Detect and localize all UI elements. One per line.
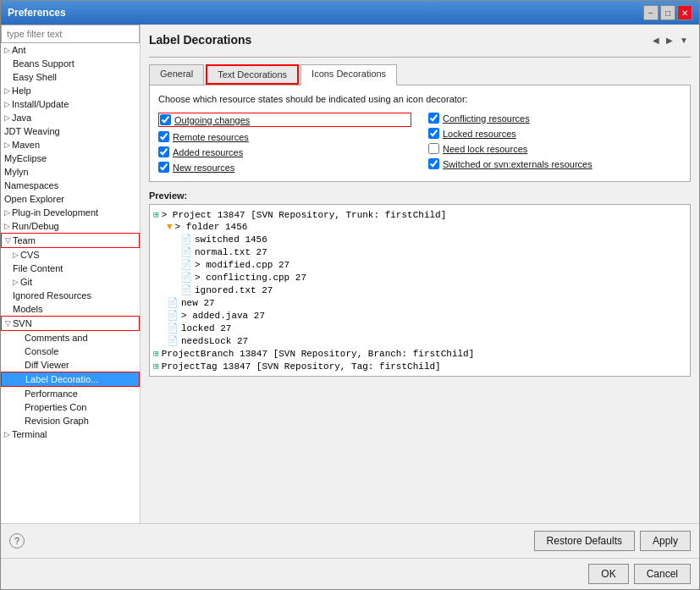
- dropdown-arrow[interactable]: ▼: [677, 35, 691, 46]
- outgoing-checkbox[interactable]: [160, 114, 171, 125]
- sidebar-item-label: SVN: [13, 318, 32, 328]
- preview-text: new 27: [181, 298, 215, 308]
- preview-text: normal.txt 27: [195, 247, 267, 257]
- doc-icon: 📄: [167, 335, 179, 346]
- tab-text-decorations[interactable]: Text Decorations: [206, 64, 299, 85]
- sidebar-item-label-decorations[interactable]: Label Decoratio...: [1, 372, 140, 387]
- preview-item: 📄 ignored.txt 27: [153, 284, 686, 296]
- sidebar-item-properties-con[interactable]: Properties Con: [1, 400, 140, 414]
- title-bar-buttons: − □ ✕: [643, 5, 692, 20]
- switched-checkbox[interactable]: [428, 158, 439, 169]
- need-lock-checkbox[interactable]: [428, 143, 439, 154]
- sidebar-item-label: Mylyn: [4, 167, 29, 177]
- close-button[interactable]: ✕: [677, 5, 692, 20]
- sidebar-item-label: Java: [12, 113, 31, 123]
- switched-label: Switched or svn:externals resources: [443, 159, 593, 169]
- sidebar-item-jdt-weaving[interactable]: JDT Weaving: [1, 124, 140, 138]
- sidebar-item-label: Models: [13, 304, 42, 314]
- preview-text: needsLock 27: [181, 336, 248, 346]
- sidebar-item-help[interactable]: ▷ Help: [1, 84, 140, 97]
- sidebar-item-file-content[interactable]: File Content: [1, 262, 140, 275]
- preview-text: > modified.cpp 27: [195, 260, 289, 270]
- locked-checkbox[interactable]: [428, 128, 439, 139]
- sidebar-item-svn[interactable]: ▽ SVN: [1, 316, 140, 331]
- sidebar-item-label: Ant: [12, 45, 26, 55]
- sidebar-item-label: JDT Weaving: [4, 126, 60, 136]
- tab-icons-decorations[interactable]: Icons Decorations: [300, 64, 397, 85]
- sidebar-item-team[interactable]: ▽ Team: [1, 233, 140, 248]
- apply-button[interactable]: Apply: [640, 531, 691, 551]
- cancel-button[interactable]: Cancel: [634, 564, 691, 584]
- remote-checkbox[interactable]: [158, 131, 169, 142]
- sidebar-item-label: Namespaces: [4, 180, 58, 190]
- sidebar-item-namespaces[interactable]: Namespaces: [1, 179, 140, 192]
- back-arrow[interactable]: ◀: [650, 35, 662, 46]
- preview-label: Preview:: [149, 190, 691, 201]
- sidebar-item-label: Help: [12, 85, 31, 96]
- main-content: ▷ Ant Beans Support Easy Shell ▷ Help ▷ …: [1, 25, 699, 523]
- ok-button[interactable]: OK: [588, 564, 628, 584]
- sidebar-item-run-debug[interactable]: ▷ Run/Debug: [1, 219, 140, 233]
- restore-defaults-button[interactable]: Restore Defaults: [534, 531, 635, 551]
- sidebar-item-myeclipse[interactable]: MyEclipse: [1, 152, 140, 165]
- sidebar-item-easy-shell[interactable]: Easy Shell: [1, 70, 140, 84]
- maximize-button[interactable]: □: [660, 5, 675, 20]
- checkbox-added: Added resources: [158, 146, 411, 157]
- preview-item: 📄 > added.java 27: [153, 309, 686, 322]
- filter-input[interactable]: [1, 25, 140, 43]
- bottom-bar: ? Restore Defaults Apply: [1, 523, 699, 558]
- checkbox-new: New resources: [158, 162, 411, 173]
- sidebar-item-maven[interactable]: ▷ Maven: [1, 138, 140, 152]
- sidebar-item-label: Plug-in Development: [12, 207, 98, 218]
- sidebar-item-comments[interactable]: Comments and: [1, 331, 140, 345]
- sidebar-item-cvs[interactable]: ▷ CVS: [1, 248, 140, 262]
- sidebar-item-beans-support[interactable]: Beans Support: [1, 57, 140, 70]
- preview-item: 📄 needsLock 27: [153, 334, 686, 347]
- sidebar-item-label: Git: [20, 277, 32, 287]
- sidebar-item-ignored-resources[interactable]: Ignored Resources: [1, 289, 140, 302]
- sidebar-item-ant[interactable]: ▷ Ant: [1, 43, 140, 57]
- locked-label: Locked resources: [443, 129, 516, 139]
- sidebar-item-models[interactable]: Models: [1, 302, 140, 316]
- sidebar-item-diff-viewer[interactable]: Diff Viewer: [1, 358, 140, 372]
- sidebar-item-mylyn[interactable]: Mylyn: [1, 165, 140, 179]
- sidebar-item-java[interactable]: ▷ Java: [1, 111, 140, 124]
- sidebar-item-label: Open Explorer: [4, 194, 64, 204]
- sidebar-item-console[interactable]: Console: [1, 345, 140, 358]
- new-checkbox[interactable]: [158, 162, 169, 173]
- sidebar-item-install-update[interactable]: ▷ Install/Update: [1, 97, 140, 111]
- expand-icon: ▷: [4, 113, 10, 122]
- sidebar-item-revision-graph[interactable]: Revision Graph: [1, 414, 140, 427]
- checkbox-outgoing: Outgoing changes: [158, 113, 411, 127]
- added-checkbox[interactable]: [158, 146, 169, 157]
- conflicting-checkbox[interactable]: [428, 113, 439, 124]
- preview-section: Preview: ⊞ > Project 13847 [SVN Reposito…: [149, 190, 691, 377]
- file-icon: 📄: [180, 234, 192, 245]
- file-icon: 📄: [167, 297, 179, 308]
- doc-icon: 📄: [180, 284, 192, 295]
- checkbox-conflicting: Conflicting resources: [428, 113, 681, 124]
- file-icon: 📄: [180, 272, 192, 283]
- sidebar-item-label: Run/Debug: [12, 221, 59, 231]
- right-panel: Label Decorations ◀ ▶ ▼ General Text Dec…: [141, 25, 699, 523]
- new-label: New resources: [173, 163, 234, 173]
- expand-icon: ▷: [4, 222, 10, 230]
- help-icon[interactable]: ?: [9, 533, 25, 549]
- sidebar-item-label: Easy Shell: [13, 72, 57, 82]
- forward-arrow[interactable]: ▶: [664, 35, 675, 46]
- sidebar-item-plug-in-dev[interactable]: ▷ Plug-in Development: [1, 206, 140, 219]
- checkbox-switched: Switched or svn:externals resources: [428, 158, 681, 169]
- sidebar: ▷ Ant Beans Support Easy Shell ▷ Help ▷ …: [1, 25, 141, 523]
- sidebar-item-git[interactable]: ▷ Git: [1, 275, 140, 289]
- sidebar-item-terminal[interactable]: ▷ Terminal: [1, 427, 140, 441]
- expand-icon: ▷: [13, 278, 19, 286]
- expand-icon: ▷: [13, 251, 19, 259]
- tab-general[interactable]: General: [149, 64, 204, 85]
- sidebar-item-open-explorer[interactable]: Open Explorer: [1, 192, 140, 206]
- folder-icon: ▼: [167, 222, 173, 232]
- panel-title: Label Decorations: [149, 33, 251, 52]
- preview-text: > folder 1456: [175, 222, 248, 232]
- minimize-button[interactable]: −: [643, 5, 659, 20]
- sidebar-item-performance[interactable]: Performance: [1, 387, 140, 400]
- conflicting-label: Conflicting resources: [443, 113, 530, 124]
